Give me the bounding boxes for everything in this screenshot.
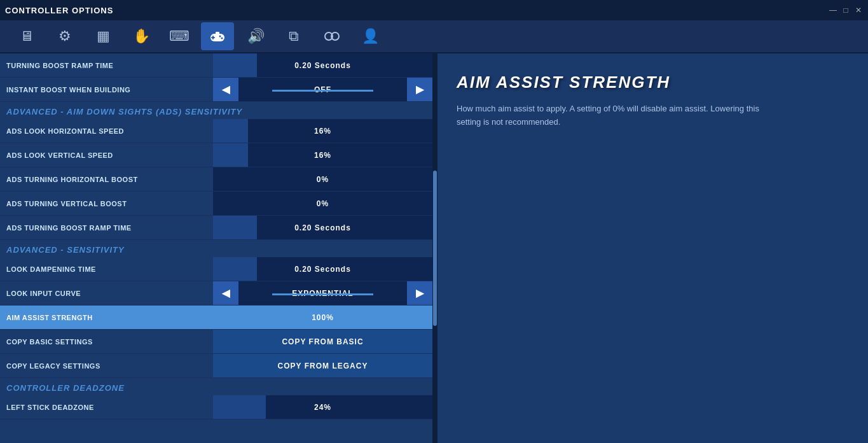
instant-boost-label: INSTANT BOOST WHEN BUILDING [0, 86, 213, 94]
svg-point-4 [221, 38, 223, 39]
instant-boost-row: INSTANT BOOST WHEN BUILDING ◀ OFF ▶ [0, 78, 432, 102]
ads-vert-speed-row: ADS LOOK VERTICAL SPEED 16% [0, 143, 432, 167]
top-nav: 🖥 ⚙ ▦ ✋ ⌨ 🔊 ⧉ 👤 [0, 20, 868, 53]
instant-boost-value: ◀ OFF ▶ [213, 78, 432, 101]
look-input-curve-text: EXPONENTIAL [238, 289, 407, 298]
ads-turn-ramp-row: ADS TURNING BOOST RAMP TIME 0.20 Seconds [0, 216, 432, 240]
nav-monitor[interactable]: 🖥 [10, 22, 43, 50]
nav-display[interactable]: ▦ [86, 22, 120, 50]
nav-user[interactable]: 👤 [354, 22, 387, 50]
svg-rect-2 [211, 37, 215, 38]
title-bar: CONTROLLER OPTIONS — □ ✕ [0, 0, 868, 20]
aim-assist-title: AIM ASSIST STRENGTH [457, 73, 849, 92]
instant-boost-left-arrow[interactable]: ◀ [213, 78, 238, 101]
copy-legacy-button[interactable]: COPY FROM LEGACY [213, 354, 432, 377]
nav-gear[interactable]: ⚙ [48, 22, 81, 50]
right-panel: AIM ASSIST STRENGTH How much aim assist … [437, 53, 868, 443]
look-input-curve-left[interactable]: ◀ [213, 281, 238, 305]
aim-assist-row[interactable]: AIM ASSIST STRENGTH 100% [0, 306, 432, 330]
ads-vert-speed-value[interactable]: 16% [213, 143, 432, 167]
minimize-button[interactable]: — [829, 6, 837, 15]
ads-turn-ramp-value[interactable]: 0.20 Seconds [213, 216, 432, 239]
scrollbar-thumb[interactable] [433, 171, 437, 327]
look-input-curve-right[interactable]: ▶ [407, 281, 432, 305]
ads-horiz-speed-value[interactable]: 16% [213, 119, 432, 143]
copy-legacy-label: COPY LEGACY SETTINGS [0, 362, 213, 370]
ads-turn-horiz-value[interactable]: 0% [213, 167, 432, 191]
look-input-curve-label: LOOK INPUT CURVE [0, 290, 213, 297]
left-panel: TURNING BOOST RAMP TIME 0.20 Seconds INS… [0, 53, 432, 443]
look-input-curve-row: LOOK INPUT CURVE ◀ EXPONENTIAL ▶ [0, 281, 432, 306]
ads-horiz-speed-label: ADS LOOK HORIZONTAL SPEED [0, 127, 213, 135]
left-stick-deadzone-row: LEFT STICK DEADZONE 24% [0, 395, 432, 419]
svg-rect-5 [216, 32, 219, 35]
main-container: TURNING BOOST RAMP TIME 0.20 Seconds INS… [0, 53, 868, 443]
nav-gamepad2[interactable] [315, 22, 348, 50]
svg-point-3 [219, 36, 221, 38]
turning-boost-ramp-value[interactable]: 0.20 Seconds [213, 53, 432, 77]
window-title: CONTROLLER OPTIONS [5, 6, 113, 15]
ads-vert-speed-label: ADS LOOK VERTICAL SPEED [0, 151, 213, 159]
look-damp-label: LOOK DAMPENING TIME [0, 265, 213, 273]
nav-keyboard[interactable]: ⌨ [163, 22, 196, 50]
nav-touch[interactable]: ✋ [125, 22, 158, 50]
ads-turn-horiz-label: ADS TURNING HORIZONTAL BOOST [0, 176, 213, 183]
look-input-curve-value: ◀ EXPONENTIAL ▶ [213, 281, 432, 305]
turning-boost-ramp-row: TURNING BOOST RAMP TIME 0.20 Seconds [0, 53, 432, 78]
ads-sensitivity-header: ADVANCED - AIM DOWN SIGHTS (ADS) SENSITI… [0, 102, 432, 119]
copy-basic-button[interactable]: COPY FROM BASIC [213, 330, 432, 353]
ads-turn-ramp-label: ADS TURNING BOOST RAMP TIME [0, 224, 213, 232]
instant-boost-text: OFF [238, 85, 407, 94]
ads-turn-vert-label: ADS TURNING VERTICAL BOOST [0, 200, 213, 207]
nav-network[interactable]: ⧉ [277, 22, 310, 50]
sensitivity-header: ADVANCED - SENSITIVITY [0, 240, 432, 257]
aim-assist-description: How much aim assist to apply. A setting … [457, 102, 762, 129]
copy-basic-label: COPY BASIC SETTINGS [0, 338, 213, 346]
maximize-button[interactable]: □ [841, 6, 850, 15]
ads-turn-vert-value[interactable]: 0% [213, 192, 432, 215]
instant-boost-right-arrow[interactable]: ▶ [407, 78, 432, 101]
scrollbar[interactable] [432, 53, 437, 443]
aim-assist-value[interactable]: 100% [213, 306, 432, 329]
nav-controller[interactable] [201, 22, 234, 50]
window-controls: — □ ✕ [829, 6, 863, 15]
ads-turn-vert-row: ADS TURNING VERTICAL BOOST 0% [0, 192, 432, 216]
left-stick-deadzone-value[interactable]: 24% [213, 395, 432, 419]
close-button[interactable]: ✕ [854, 6, 863, 15]
deadzone-header: CONTROLLER DEADZONE [0, 378, 432, 395]
aim-assist-label: AIM ASSIST STRENGTH [0, 314, 213, 321]
left-stick-deadzone-label: LEFT STICK DEADZONE [0, 404, 213, 411]
copy-basic-row: COPY BASIC SETTINGS COPY FROM BASIC [0, 330, 432, 354]
look-damp-row: LOOK DAMPENING TIME 0.20 Seconds [0, 257, 432, 281]
nav-speaker[interactable]: 🔊 [239, 22, 272, 50]
ads-horiz-speed-row: ADS LOOK HORIZONTAL SPEED 16% [0, 119, 432, 143]
turning-boost-ramp-label: TURNING BOOST RAMP TIME [0, 62, 213, 69]
look-damp-value[interactable]: 0.20 Seconds [213, 257, 432, 281]
ads-turn-horiz-row: ADS TURNING HORIZONTAL BOOST 0% [0, 167, 432, 192]
copy-legacy-row: COPY LEGACY SETTINGS COPY FROM LEGACY [0, 354, 432, 378]
